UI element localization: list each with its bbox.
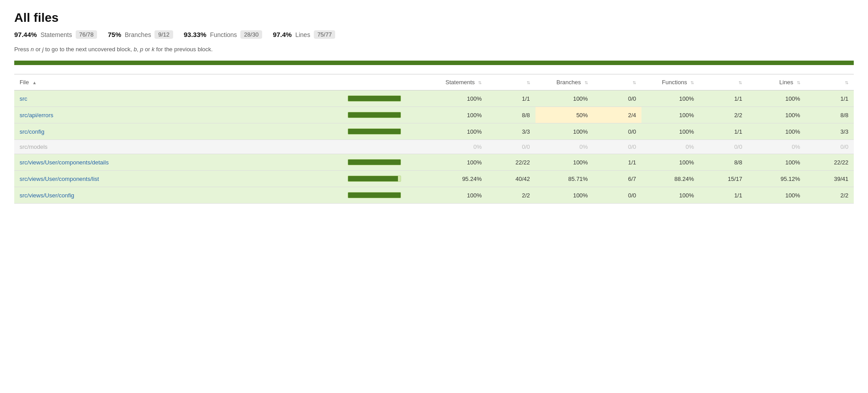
statements-sort-icon: ⇅ [478, 80, 482, 85]
cell-lines-frac: 3/3 [806, 123, 854, 140]
cell-stmt-frac: 3/3 [487, 123, 535, 140]
cell-file: src/views/User/components/details [14, 154, 342, 171]
page-title: All files [14, 11, 854, 25]
functions-badge: 28/30 [240, 30, 262, 39]
statements-pct: 97.44% [14, 31, 37, 38]
table-header-row: File Statements ⇅ ⇅ Branches ⇅ ⇅ Functio… [14, 74, 854, 90]
cell-progress-bar [342, 90, 429, 107]
cell-stmt-frac: 8/8 [487, 107, 535, 123]
table-row: src/models0%0/00%0/00%0/00%0/0 [14, 140, 854, 154]
file-link[interactable]: src/views/User/config [20, 192, 74, 199]
file-sort-icon [32, 80, 37, 85]
cell-file: src/models [14, 140, 342, 154]
cell-progress-bar [342, 154, 429, 171]
cell-func-pct: 100% [641, 90, 699, 107]
lines-badge: 75/77 [314, 30, 336, 39]
cell-lines-frac: 8/8 [806, 107, 854, 123]
cell-branch-frac: 6/7 [593, 171, 641, 187]
branches-sort-icon: ⇅ [584, 80, 588, 85]
cell-lines-frac: 1/1 [806, 90, 854, 107]
cell-stmt-pct: 0% [429, 140, 487, 154]
table-row: src/config100%3/3100%0/0100%1/1100%3/3 [14, 123, 854, 140]
lines-label: Lines [295, 31, 310, 38]
cell-progress-bar [342, 187, 429, 204]
cell-progress-bar [342, 140, 429, 154]
functions-sort-icon: ⇅ [690, 80, 694, 85]
cell-branch-frac: 0/0 [593, 123, 641, 140]
branches-badge: 9/12 [154, 30, 173, 39]
cell-func-pct: 100% [641, 154, 699, 171]
cell-func-frac: 15/17 [699, 171, 747, 187]
summary-lines: 97.4% Lines 75/77 [273, 30, 336, 39]
file-link[interactable]: src/models [20, 143, 48, 150]
cell-progress-bar [342, 123, 429, 140]
cell-branch-frac: 2/4 [593, 107, 641, 123]
branches-label: Branches [125, 31, 151, 38]
cell-lines-frac: 22/22 [806, 154, 854, 171]
col-header-branch-frac: ⇅ [593, 74, 641, 90]
summary-bar: 97.44% Statements 76/78 75% Branches 9/1… [14, 30, 854, 39]
functions-label: Functions [210, 31, 237, 38]
cell-func-pct: 88.24% [641, 171, 699, 187]
cell-func-frac: 1/1 [699, 90, 747, 107]
cell-file: src/api/errors [14, 107, 342, 123]
cell-progress-bar [342, 171, 429, 187]
col-header-lines-frac: ⇅ [806, 74, 854, 90]
cell-stmt-pct: 100% [429, 187, 487, 204]
col-header-func-frac: ⇅ [699, 74, 747, 90]
table-row: src/views/User/config100%2/2100%0/0100%1… [14, 187, 854, 204]
cell-func-frac: 0/0 [699, 140, 747, 154]
statements-label: Statements [41, 31, 72, 38]
col-header-functions[interactable]: Functions ⇅ [641, 74, 699, 90]
cell-func-frac: 8/8 [699, 154, 747, 171]
cell-branch-pct: 0% [535, 140, 593, 154]
cell-lines-frac: 0/0 [806, 140, 854, 154]
cell-progress-bar [342, 107, 429, 123]
summary-statements: 97.44% Statements 76/78 [14, 30, 97, 39]
col-header-file[interactable]: File [14, 74, 342, 90]
table-row: src100%1/1100%0/0100%1/1100%1/1 [14, 90, 854, 107]
cell-file: src/config [14, 123, 342, 140]
file-link[interactable]: src [20, 95, 27, 102]
cell-lines-pct: 100% [747, 187, 805, 204]
cell-stmt-frac: 2/2 [487, 187, 535, 204]
cell-lines-pct: 100% [747, 90, 805, 107]
lines-sort-icon: ⇅ [797, 80, 800, 85]
table-row: src/views/User/components/list95.24%40/4… [14, 171, 854, 187]
cell-lines-frac: 39/41 [806, 171, 854, 187]
cell-lines-pct: 100% [747, 123, 805, 140]
table-row: src/api/errors100%8/850%2/4100%2/2100%8/… [14, 107, 854, 123]
cell-branch-frac: 0/0 [593, 140, 641, 154]
col-header-statements[interactable]: Statements ⇅ [429, 74, 487, 90]
file-link[interactable]: src/views/User/components/list [20, 176, 99, 182]
coverage-table: File Statements ⇅ ⇅ Branches ⇅ ⇅ Functio… [14, 74, 854, 204]
branches-pct: 75% [108, 31, 121, 38]
summary-branches: 75% Branches 9/12 [108, 30, 173, 39]
file-link[interactable]: src/api/errors [20, 112, 53, 119]
cell-lines-pct: 100% [747, 154, 805, 171]
cell-branch-frac: 0/0 [593, 90, 641, 107]
cell-file: src/views/User/components/list [14, 171, 342, 187]
cell-file: src/views/User/config [14, 187, 342, 204]
functions-pct: 93.33% [184, 31, 207, 38]
cell-branch-frac: 1/1 [593, 154, 641, 171]
cell-func-pct: 100% [641, 107, 699, 123]
file-link[interactable]: src/views/User/components/details [20, 159, 109, 166]
cell-stmt-pct: 100% [429, 90, 487, 107]
cell-stmt-pct: 100% [429, 123, 487, 140]
cell-branch-pct: 100% [535, 123, 593, 140]
col-header-bar [342, 74, 429, 90]
cell-lines-pct: 0% [747, 140, 805, 154]
cell-branch-frac: 0/0 [593, 187, 641, 204]
cell-stmt-frac: 22/22 [487, 154, 535, 171]
col-header-stmt-frac: ⇅ [487, 74, 535, 90]
cell-branch-pct: 50% [535, 107, 593, 123]
cell-func-pct: 100% [641, 123, 699, 140]
cell-file: src [14, 90, 342, 107]
lines-pct: 97.4% [273, 31, 292, 38]
col-header-branches[interactable]: Branches ⇅ [535, 74, 593, 90]
cell-func-pct: 100% [641, 187, 699, 204]
cell-func-frac: 1/1 [699, 123, 747, 140]
col-header-lines[interactable]: Lines ⇅ [747, 74, 805, 90]
file-link[interactable]: src/config [20, 128, 45, 135]
